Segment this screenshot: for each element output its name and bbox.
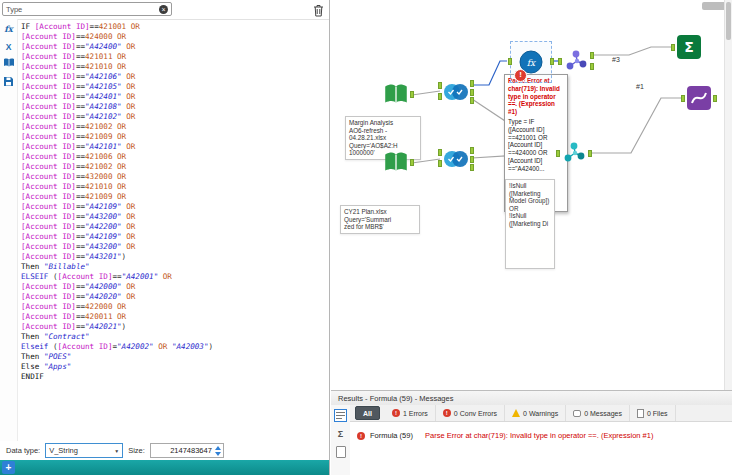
clear-column-icon[interactable]: ×	[159, 5, 168, 14]
constants-book-icon[interactable]	[1, 58, 16, 72]
results-header[interactable]: Results - Formula (59) - Messages	[331, 391, 732, 406]
code-line: [Account ID]=="A42401" OR	[21, 92, 329, 102]
formula-expression-editor[interactable]: IF [Account ID]==421001 OR[Account ID]==…	[18, 19, 329, 441]
input-anchor[interactable]	[681, 95, 685, 102]
results-tab-0-files[interactable]: 0 Files	[630, 405, 676, 421]
results-filter-toolbar: All!1 Errors!0 Conv Errors0 Warnings0 Me…	[350, 405, 732, 422]
connection[interactable]	[592, 47, 673, 55]
output-anchor[interactable]	[470, 97, 474, 104]
output-anchor[interactable]	[470, 147, 474, 154]
results-tab-0-messages[interactable]: 0 Messages	[566, 405, 630, 421]
file-icon	[637, 409, 644, 418]
output-column-value: Type	[6, 5, 159, 14]
find-replace-icon	[560, 139, 588, 167]
output-anchor[interactable]	[410, 91, 414, 98]
formula-tool-icon: fx !	[518, 49, 544, 79]
annotation-input-2[interactable]: CY21 Plan.xlsx Query='Summari zed for MB…	[340, 205, 420, 234]
workflow-canvas[interactable]: fx !	[331, 0, 732, 390]
saved-expressions-icon[interactable]	[1, 76, 16, 90]
summarize-sigma-icon: Σ	[675, 33, 703, 61]
input-anchor[interactable]	[508, 58, 512, 65]
results-tab-0-warnings[interactable]: 0 Warnings	[505, 405, 566, 421]
code-line: ELSEIF ([Account ID]=="A42001" OR	[21, 272, 329, 282]
output-column-row: Type ×	[0, 0, 329, 20]
connection[interactable]	[590, 98, 682, 153]
input-anchor[interactable]	[438, 93, 442, 100]
code-line: [Account ID]==432000 OR	[21, 172, 329, 182]
code-line: [Account ID]=="A43200" OR	[21, 242, 329, 252]
input-anchor[interactable]	[558, 58, 562, 65]
data-type-label: Data type:	[6, 446, 40, 455]
results-tab-0-conv-errors[interactable]: !0 Conv Errors	[436, 405, 505, 421]
code-line: [Account ID]=="A42102" OR	[21, 112, 329, 122]
output-anchor[interactable]	[410, 159, 414, 166]
output-anchor[interactable]	[470, 156, 474, 163]
output-anchor[interactable]	[590, 52, 594, 59]
output-anchor[interactable]	[470, 164, 474, 171]
join-multiple-tool[interactable]	[562, 47, 590, 75]
formula-tool-selected[interactable]: fx !	[510, 41, 552, 83]
input-anchor[interactable]	[671, 44, 675, 51]
connection[interactable]	[412, 91, 440, 95]
input-anchor[interactable]	[438, 149, 442, 156]
results-tab-all[interactable]: All	[355, 406, 380, 420]
join-tool-1[interactable]	[442, 78, 470, 106]
code-line: ENDIF	[21, 372, 329, 382]
message-text: Parse Error at char(719): Invalid type i…	[425, 431, 653, 440]
output-column-input[interactable]: Type ×	[2, 2, 172, 16]
join-tool-2[interactable]	[442, 145, 470, 173]
summarize-tool[interactable]: Σ	[675, 33, 703, 61]
results-message-list[interactable]: ! Formula (59) Parse Error at char(719):…	[350, 422, 732, 475]
connection[interactable]	[412, 159, 440, 163]
data-type-value: V_String	[49, 446, 78, 455]
output-anchor[interactable]	[550, 58, 554, 65]
tab-label: 0 Warnings	[523, 410, 558, 417]
code-line: [Account ID]=="A42400" OR	[21, 42, 329, 52]
error-icon: !	[443, 409, 451, 417]
message-row[interactable]: ! Formula (59) Parse Error at char(719):…	[350, 422, 732, 440]
message-source[interactable]: Formula (59)	[370, 431, 420, 440]
input-anchor[interactable]	[438, 160, 442, 167]
code-line: [Account ID]==421006 OR	[21, 152, 329, 162]
input-anchor[interactable]	[438, 82, 442, 89]
code-line: Then "Billable"	[21, 262, 329, 272]
spin-down-icon[interactable]	[215, 452, 221, 456]
functions-icon[interactable]: fx	[1, 22, 16, 36]
results-tab-1-errors[interactable]: !1 Errors	[385, 405, 436, 421]
spin-up-icon[interactable]	[215, 446, 221, 450]
messages-pane-icon[interactable]	[334, 409, 347, 422]
input-data-tool-1[interactable]	[382, 81, 410, 109]
results-view-strip: Σ	[331, 405, 351, 475]
output-anchor[interactable]	[470, 89, 474, 96]
variables-icon[interactable]: X	[1, 40, 16, 54]
document-pane-icon[interactable]	[334, 445, 347, 458]
output-anchor[interactable]	[470, 80, 474, 87]
scroll-thumb[interactable]	[726, 2, 731, 40]
canvas-scrollbar-vertical[interactable]	[724, 0, 732, 390]
code-line: [Account ID]==421011 OR	[21, 52, 329, 62]
annotation-filter-marketing[interactable]: !IsNull ([Marketing Model Group]) OR !Is…	[505, 179, 555, 269]
code-line: [Account ID]=="A42020" OR	[21, 292, 329, 302]
data-type-dropdown[interactable]: V_String ▼	[45, 443, 123, 458]
code-line: Then "Contract"	[21, 332, 329, 342]
join-icon	[442, 145, 470, 173]
output-anchor[interactable]	[590, 63, 594, 70]
connection-selected[interactable]	[472, 61, 507, 85]
fuzzy-match-tool[interactable]	[685, 84, 713, 112]
find-replace-tool[interactable]	[560, 139, 588, 167]
size-label: Size:	[128, 446, 145, 455]
code-line: [Account ID]=="A42109" OR	[21, 232, 329, 242]
code-line: [Account ID]=="A42000" OR	[21, 282, 329, 292]
input-data-tool-2[interactable]	[382, 149, 410, 177]
summary-pane-icon[interactable]: Σ	[334, 427, 347, 440]
results-title: Results - Formula (59) - Messages	[338, 394, 453, 403]
output-anchor[interactable]	[713, 95, 717, 102]
input-anchor[interactable]	[556, 150, 560, 157]
add-expression-button[interactable]: +	[2, 461, 15, 474]
size-stepper[interactable]: 2147483647	[150, 443, 224, 458]
output-anchor[interactable]	[588, 150, 592, 157]
chevron-down-icon: ▼	[114, 448, 119, 454]
tab-label: 0 Files	[647, 410, 668, 417]
code-line: [Account ID]=="A42108" OR	[21, 102, 329, 112]
size-spinner-buttons[interactable]	[214, 444, 223, 457]
